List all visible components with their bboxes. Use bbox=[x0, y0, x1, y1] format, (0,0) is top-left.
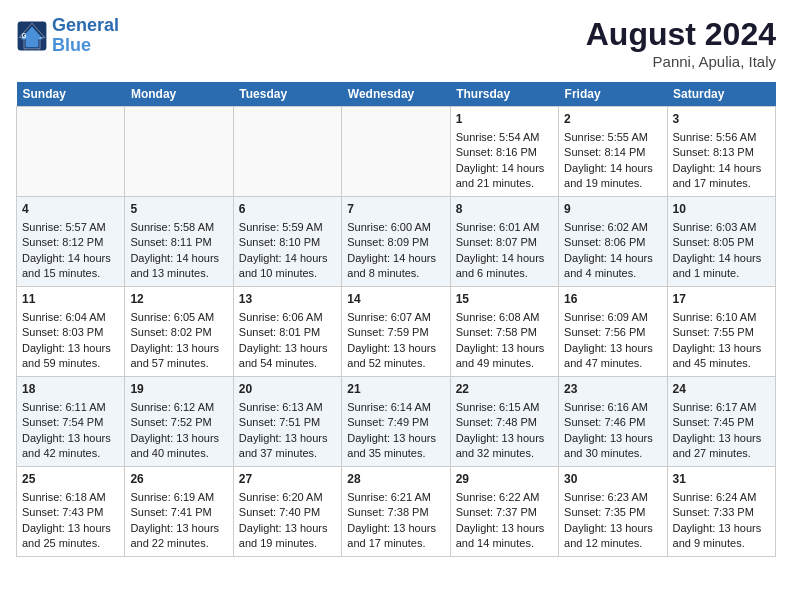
day-number: 13 bbox=[239, 291, 336, 308]
day-info: Sunrise: 6:10 AMSunset: 7:55 PMDaylight:… bbox=[673, 311, 762, 369]
calendar-week-3: 11Sunrise: 6:04 AMSunset: 8:03 PMDayligh… bbox=[17, 287, 776, 377]
day-info: Sunrise: 6:03 AMSunset: 8:05 PMDaylight:… bbox=[673, 221, 762, 279]
day-info: Sunrise: 6:22 AMSunset: 7:37 PMDaylight:… bbox=[456, 491, 545, 549]
calendar-week-2: 4Sunrise: 5:57 AMSunset: 8:12 PMDaylight… bbox=[17, 197, 776, 287]
day-number: 16 bbox=[564, 291, 661, 308]
calendar-cell bbox=[125, 107, 233, 197]
calendar-cell: 2Sunrise: 5:55 AMSunset: 8:14 PMDaylight… bbox=[559, 107, 667, 197]
page-header: G General Blue August 2024 Panni, Apulia… bbox=[16, 16, 776, 70]
calendar-cell: 3Sunrise: 5:56 AMSunset: 8:13 PMDaylight… bbox=[667, 107, 775, 197]
calendar-cell: 23Sunrise: 6:16 AMSunset: 7:46 PMDayligh… bbox=[559, 377, 667, 467]
day-header-thursday: Thursday bbox=[450, 82, 558, 107]
day-info: Sunrise: 6:20 AMSunset: 7:40 PMDaylight:… bbox=[239, 491, 328, 549]
day-info: Sunrise: 6:16 AMSunset: 7:46 PMDaylight:… bbox=[564, 401, 653, 459]
logo-text: General Blue bbox=[52, 16, 119, 56]
calendar-cell: 21Sunrise: 6:14 AMSunset: 7:49 PMDayligh… bbox=[342, 377, 450, 467]
calendar-week-1: 1Sunrise: 5:54 AMSunset: 8:16 PMDaylight… bbox=[17, 107, 776, 197]
calendar-cell: 12Sunrise: 6:05 AMSunset: 8:02 PMDayligh… bbox=[125, 287, 233, 377]
calendar-cell: 20Sunrise: 6:13 AMSunset: 7:51 PMDayligh… bbox=[233, 377, 341, 467]
day-info: Sunrise: 6:00 AMSunset: 8:09 PMDaylight:… bbox=[347, 221, 436, 279]
day-info: Sunrise: 5:58 AMSunset: 8:11 PMDaylight:… bbox=[130, 221, 219, 279]
calendar-week-4: 18Sunrise: 6:11 AMSunset: 7:54 PMDayligh… bbox=[17, 377, 776, 467]
calendar-cell: 24Sunrise: 6:17 AMSunset: 7:45 PMDayligh… bbox=[667, 377, 775, 467]
day-info: Sunrise: 6:12 AMSunset: 7:52 PMDaylight:… bbox=[130, 401, 219, 459]
day-number: 7 bbox=[347, 201, 444, 218]
day-number: 19 bbox=[130, 381, 227, 398]
calendar-cell: 10Sunrise: 6:03 AMSunset: 8:05 PMDayligh… bbox=[667, 197, 775, 287]
day-number: 6 bbox=[239, 201, 336, 218]
calendar-cell: 29Sunrise: 6:22 AMSunset: 7:37 PMDayligh… bbox=[450, 467, 558, 557]
day-number: 31 bbox=[673, 471, 770, 488]
day-info: Sunrise: 6:07 AMSunset: 7:59 PMDaylight:… bbox=[347, 311, 436, 369]
day-info: Sunrise: 5:56 AMSunset: 8:13 PMDaylight:… bbox=[673, 131, 762, 189]
day-number: 1 bbox=[456, 111, 553, 128]
calendar-cell: 22Sunrise: 6:15 AMSunset: 7:48 PMDayligh… bbox=[450, 377, 558, 467]
calendar-cell: 9Sunrise: 6:02 AMSunset: 8:06 PMDaylight… bbox=[559, 197, 667, 287]
day-number: 4 bbox=[22, 201, 119, 218]
day-number: 18 bbox=[22, 381, 119, 398]
day-number: 10 bbox=[673, 201, 770, 218]
days-header-row: SundayMondayTuesdayWednesdayThursdayFrid… bbox=[17, 82, 776, 107]
day-number: 27 bbox=[239, 471, 336, 488]
day-number: 15 bbox=[456, 291, 553, 308]
day-info: Sunrise: 6:13 AMSunset: 7:51 PMDaylight:… bbox=[239, 401, 328, 459]
calendar-cell: 7Sunrise: 6:00 AMSunset: 8:09 PMDaylight… bbox=[342, 197, 450, 287]
calendar-cell: 27Sunrise: 6:20 AMSunset: 7:40 PMDayligh… bbox=[233, 467, 341, 557]
day-number: 30 bbox=[564, 471, 661, 488]
calendar-cell: 13Sunrise: 6:06 AMSunset: 8:01 PMDayligh… bbox=[233, 287, 341, 377]
day-info: Sunrise: 5:59 AMSunset: 8:10 PMDaylight:… bbox=[239, 221, 328, 279]
calendar-cell bbox=[17, 107, 125, 197]
title-block: August 2024 Panni, Apulia, Italy bbox=[586, 16, 776, 70]
day-header-wednesday: Wednesday bbox=[342, 82, 450, 107]
day-info: Sunrise: 6:24 AMSunset: 7:33 PMDaylight:… bbox=[673, 491, 762, 549]
day-number: 12 bbox=[130, 291, 227, 308]
day-info: Sunrise: 6:08 AMSunset: 7:58 PMDaylight:… bbox=[456, 311, 545, 369]
day-header-monday: Monday bbox=[125, 82, 233, 107]
day-info: Sunrise: 6:17 AMSunset: 7:45 PMDaylight:… bbox=[673, 401, 762, 459]
day-info: Sunrise: 5:57 AMSunset: 8:12 PMDaylight:… bbox=[22, 221, 111, 279]
day-info: Sunrise: 6:04 AMSunset: 8:03 PMDaylight:… bbox=[22, 311, 111, 369]
day-header-tuesday: Tuesday bbox=[233, 82, 341, 107]
day-info: Sunrise: 6:06 AMSunset: 8:01 PMDaylight:… bbox=[239, 311, 328, 369]
logo-line2: Blue bbox=[52, 35, 91, 55]
day-info: Sunrise: 6:18 AMSunset: 7:43 PMDaylight:… bbox=[22, 491, 111, 549]
day-number: 5 bbox=[130, 201, 227, 218]
calendar-cell: 28Sunrise: 6:21 AMSunset: 7:38 PMDayligh… bbox=[342, 467, 450, 557]
day-number: 24 bbox=[673, 381, 770, 398]
day-info: Sunrise: 6:15 AMSunset: 7:48 PMDaylight:… bbox=[456, 401, 545, 459]
calendar-cell: 11Sunrise: 6:04 AMSunset: 8:03 PMDayligh… bbox=[17, 287, 125, 377]
day-info: Sunrise: 6:21 AMSunset: 7:38 PMDaylight:… bbox=[347, 491, 436, 549]
calendar-cell bbox=[342, 107, 450, 197]
day-info: Sunrise: 6:11 AMSunset: 7:54 PMDaylight:… bbox=[22, 401, 111, 459]
day-number: 28 bbox=[347, 471, 444, 488]
calendar-cell: 25Sunrise: 6:18 AMSunset: 7:43 PMDayligh… bbox=[17, 467, 125, 557]
day-number: 20 bbox=[239, 381, 336, 398]
calendar-cell: 26Sunrise: 6:19 AMSunset: 7:41 PMDayligh… bbox=[125, 467, 233, 557]
day-number: 3 bbox=[673, 111, 770, 128]
calendar-cell bbox=[233, 107, 341, 197]
day-number: 17 bbox=[673, 291, 770, 308]
calendar-cell: 14Sunrise: 6:07 AMSunset: 7:59 PMDayligh… bbox=[342, 287, 450, 377]
calendar-cell: 5Sunrise: 5:58 AMSunset: 8:11 PMDaylight… bbox=[125, 197, 233, 287]
svg-text:G: G bbox=[22, 31, 27, 38]
day-info: Sunrise: 5:55 AMSunset: 8:14 PMDaylight:… bbox=[564, 131, 653, 189]
day-number: 11 bbox=[22, 291, 119, 308]
calendar-cell: 18Sunrise: 6:11 AMSunset: 7:54 PMDayligh… bbox=[17, 377, 125, 467]
day-number: 25 bbox=[22, 471, 119, 488]
day-info: Sunrise: 6:02 AMSunset: 8:06 PMDaylight:… bbox=[564, 221, 653, 279]
calendar-cell: 17Sunrise: 6:10 AMSunset: 7:55 PMDayligh… bbox=[667, 287, 775, 377]
month-year: August 2024 bbox=[586, 16, 776, 53]
calendar-table: SundayMondayTuesdayWednesdayThursdayFrid… bbox=[16, 82, 776, 557]
day-number: 23 bbox=[564, 381, 661, 398]
day-number: 26 bbox=[130, 471, 227, 488]
day-number: 29 bbox=[456, 471, 553, 488]
calendar-cell: 4Sunrise: 5:57 AMSunset: 8:12 PMDaylight… bbox=[17, 197, 125, 287]
day-number: 14 bbox=[347, 291, 444, 308]
day-info: Sunrise: 6:23 AMSunset: 7:35 PMDaylight:… bbox=[564, 491, 653, 549]
location: Panni, Apulia, Italy bbox=[586, 53, 776, 70]
day-number: 2 bbox=[564, 111, 661, 128]
logo: G General Blue bbox=[16, 16, 119, 56]
day-info: Sunrise: 6:05 AMSunset: 8:02 PMDaylight:… bbox=[130, 311, 219, 369]
calendar-cell: 16Sunrise: 6:09 AMSunset: 7:56 PMDayligh… bbox=[559, 287, 667, 377]
logo-line1: General bbox=[52, 15, 119, 35]
